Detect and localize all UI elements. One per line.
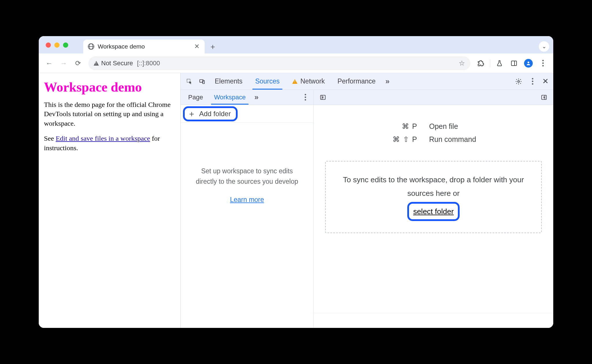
url-text: [::]:8000 — [137, 60, 160, 67]
svg-rect-0 — [511, 61, 517, 66]
reload-button[interactable]: ⟳ — [72, 57, 84, 70]
window-controls — [46, 42, 68, 48]
browser-tabstrip: Workspace demo ✕ ＋ ⌄ — [39, 36, 553, 53]
navigator-menu-button[interactable] — [299, 92, 311, 103]
svg-point-6 — [518, 81, 519, 82]
navigator-tabs: Page Workspace » — [181, 90, 313, 105]
sources-navigator: Page Workspace » ＋ Add folder — [181, 90, 314, 328]
plus-icon: ＋ — [188, 110, 196, 118]
devtools-tabbar: Elements Sources Network Performance » — [181, 73, 553, 90]
device-toolbar-button[interactable] — [196, 76, 208, 87]
security-label: Not Secure — [101, 60, 133, 67]
more-tabs-button[interactable]: » — [382, 77, 392, 86]
add-folder-button[interactable]: ＋ Add folder — [183, 106, 238, 121]
editor-body: ⌘ P Open file ⌘ ⇧ P Run command To sync … — [314, 105, 553, 313]
toolbar-divider — [490, 59, 490, 67]
tabstrip-dropdown-button[interactable]: ⌄ — [539, 41, 549, 52]
new-tab-button[interactable]: ＋ — [207, 41, 219, 52]
toggle-debugger-button[interactable] — [538, 92, 550, 103]
avatar-icon — [524, 59, 533, 68]
toggle-navigator-button[interactable] — [317, 92, 329, 103]
devtools-body: Page Workspace » ＋ Add folder — [181, 90, 553, 328]
keyboard-hints: ⌘ P Open file ⌘ ⇧ P Run command — [314, 122, 553, 144]
side-panel-button[interactable] — [508, 57, 520, 70]
svg-point-2 — [528, 62, 529, 63]
security-status[interactable]: Not Secure — [94, 60, 133, 67]
more-subtabs-button[interactable]: » — [251, 93, 261, 102]
address-bar[interactable]: Not Secure [::]:8000 ☆ — [88, 56, 470, 70]
browser-toolbar: ← → ⟳ Not Secure [::]:8000 ☆ — [39, 53, 553, 73]
page-paragraph-1: This is the demo page for the official C… — [44, 100, 175, 128]
globe-icon — [88, 43, 94, 50]
tab-network[interactable]: Network — [286, 73, 330, 90]
page-paragraph-2: See Edit and save files in a workspace f… — [44, 134, 175, 153]
editor-toolbar — [314, 90, 553, 105]
close-devtools-button[interactable]: ✕ — [541, 77, 550, 86]
editor-footer — [314, 313, 553, 328]
subtab-page[interactable]: Page — [183, 90, 208, 105]
tab-performance[interactable]: Performance — [332, 73, 382, 90]
devtools-panel: Elements Sources Network Performance » — [180, 73, 553, 328]
tutorial-link[interactable]: Edit and save files in a workspace — [56, 135, 150, 142]
forward-button[interactable]: → — [57, 57, 70, 70]
maximize-window-button[interactable] — [63, 42, 68, 48]
browser-window: Workspace demo ✕ ＋ ⌄ ← → ⟳ Not Secure [:… — [39, 36, 553, 328]
profile-button[interactable] — [522, 57, 535, 70]
devtools-menu-button[interactable] — [527, 76, 538, 87]
bookmark-star-icon[interactable]: ☆ — [459, 59, 465, 67]
tab-title: Workspace demo — [98, 43, 190, 50]
devtools-settings-button[interactable] — [513, 76, 524, 87]
extensions-button[interactable] — [474, 57, 487, 70]
tab-elements[interactable]: Elements — [209, 73, 248, 90]
hint-run-command: ⌘ ⇧ P Run command — [380, 135, 487, 144]
close-tab-button[interactable]: ✕ — [193, 42, 201, 51]
select-folder-button[interactable]: select folder — [407, 202, 459, 221]
experiments-button[interactable] — [493, 57, 506, 70]
warning-icon — [292, 79, 297, 84]
add-folder-row: ＋ Add folder — [181, 105, 313, 123]
subtab-workspace[interactable]: Workspace — [209, 90, 251, 105]
browser-tab[interactable]: Workspace demo ✕ — [83, 40, 205, 53]
content-area: Workspace demo This is the demo page for… — [39, 73, 553, 328]
close-window-button[interactable] — [46, 42, 51, 48]
browser-menu-button[interactable] — [536, 57, 549, 70]
sources-editor: ⌘ P Open file ⌘ ⇧ P Run command To sync … — [314, 90, 553, 328]
workspace-helper-text: Set up workspace to sync edits directly … — [181, 123, 313, 328]
workspace-dropzone[interactable]: To sync edits to the workspace, drop a f… — [325, 161, 542, 233]
warning-icon — [94, 61, 99, 66]
webpage-content: Workspace demo This is the demo page for… — [39, 73, 180, 328]
page-heading: Workspace demo — [44, 79, 175, 95]
tab-sources[interactable]: Sources — [249, 73, 285, 90]
hint-open-file: ⌘ P Open file — [380, 122, 487, 131]
learn-more-link[interactable]: Learn more — [230, 195, 264, 205]
back-button[interactable]: ← — [43, 57, 56, 70]
inspect-element-button[interactable] — [184, 76, 195, 87]
minimize-window-button[interactable] — [54, 42, 60, 48]
